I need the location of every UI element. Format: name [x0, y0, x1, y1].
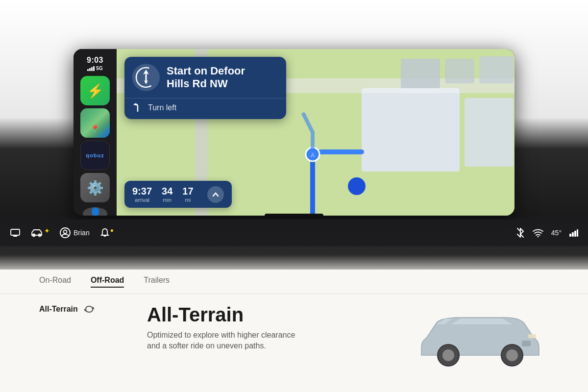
vehicle-detail-description: Optimized to explore with higher clearan… [147, 330, 304, 352]
svg-rect-5 [479, 56, 514, 83]
user-name: Brian [74, 229, 90, 237]
chevron-up-icon [212, 191, 220, 198]
charging-bolt-icon: ⚡ [87, 83, 104, 99]
nav-next-instruction: Turn left [124, 98, 286, 119]
vehicle-detail: All-Terrain Optimized to explore with hi… [147, 304, 382, 352]
bluetooth-icon [516, 227, 525, 238]
svg-rect-7 [465, 98, 514, 167]
svg-point-30 [442, 349, 454, 361]
signal-bar-2 [89, 68, 91, 71]
vehicle-content: All-Terrain All-Terrain Optimized to exp… [0, 294, 588, 382]
infotainment-screen: 9:03 5G ⚡ [74, 49, 514, 216]
taskbar-right: 45° [516, 227, 578, 238]
map-area: A [117, 49, 514, 216]
svg-rect-24 [572, 232, 574, 237]
svg-rect-17 [11, 229, 20, 235]
svg-rect-25 [574, 231, 576, 237]
signal-bars [87, 66, 95, 71]
svg-point-32 [506, 349, 518, 361]
svg-rect-26 [577, 229, 578, 237]
nav-next-text: Turn left [148, 103, 176, 112]
carplay-sidebar: 9:03 5G ⚡ [74, 49, 117, 216]
taskbar-left: ✦ Brian ● [10, 227, 504, 238]
eta-min-value: 34 [162, 186, 172, 197]
nav-street-name: Start on Defoor Hills Rd NW [167, 65, 245, 91]
screen-content: 9:03 5G ⚡ [74, 49, 514, 216]
nav-main-instruction: Start on Defoor Hills Rd NW [124, 57, 286, 98]
screen-notch [265, 214, 323, 216]
vehicle-tabs: On-Road Off-Road Trailers [0, 270, 588, 294]
svg-point-21 [64, 230, 67, 234]
status-bar: 9:03 5G [74, 54, 117, 73]
sidebar-user-icon[interactable]: 👤 [83, 207, 107, 216]
taskbar-car-icon[interactable]: ✦ [30, 228, 50, 238]
eta-miles: 17 mi [182, 186, 193, 203]
svg-rect-33 [522, 341, 531, 346]
app-icon-settings[interactable]: ⚙️ [80, 173, 110, 202]
taskbar-user[interactable]: Brian [60, 227, 90, 238]
taskbar: ✦ Brian ● [0, 220, 588, 246]
user-circle-icon [60, 227, 71, 238]
maps-thumbnail: 📍 [80, 108, 110, 138]
signal-row: 5G [87, 66, 102, 71]
car-thumbnail-svg [412, 299, 549, 372]
eta-min-label: min [163, 197, 172, 203]
qobuz-label: qobuz [86, 152, 104, 158]
svg-rect-34 [528, 334, 536, 338]
vehicle-thumbnail [412, 299, 549, 372]
signal-bar-1 [87, 69, 89, 71]
svg-rect-8 [362, 93, 460, 172]
nav-instruction-card: Start on Defoor Hills Rd NW Turn left [124, 57, 286, 119]
svg-rect-4 [445, 59, 474, 83]
signal-icon [569, 229, 578, 237]
app-icon-qobuz[interactable]: qobuz [80, 141, 110, 170]
user-silhouette-icon: 👤 [89, 207, 102, 216]
car-icon [30, 228, 43, 238]
svg-rect-23 [569, 234, 571, 237]
svg-point-22 [537, 236, 539, 238]
screen-share-icon [10, 227, 21, 238]
terrain-mode-icon [84, 304, 95, 315]
vehicle-submenu: All-Terrain [39, 304, 118, 315]
signal-bar-4 [93, 66, 95, 71]
notification-badge-icon: ● [110, 227, 114, 234]
tab-trailers[interactable]: Trailers [144, 276, 170, 288]
tab-off-road[interactable]: Off-Road [91, 276, 124, 288]
scene: 9:03 5G ⚡ [0, 0, 588, 392]
bell-icon [99, 227, 110, 238]
tab-on-road[interactable]: On-Road [39, 276, 71, 288]
nav-arrow-icon [135, 67, 157, 88]
all-terrain-label: All-Terrain [39, 305, 78, 314]
settings-gear-icon: ⚙️ [87, 180, 104, 196]
svg-rect-3 [401, 59, 440, 88]
svg-point-9 [348, 177, 366, 195]
svg-marker-16 [134, 103, 136, 106]
maps-pin-icon: 📍 [90, 124, 100, 134]
app-icon-charging[interactable]: ⚡ [80, 76, 110, 105]
wifi-icon [533, 228, 543, 237]
eta-minutes: 34 min [162, 186, 172, 203]
eta-mi-value: 17 [182, 186, 193, 197]
signal-bar-3 [91, 67, 93, 71]
time-display: 9:03 [87, 56, 103, 65]
temperature-display: 45° [551, 229, 562, 237]
nav-direction-icon [132, 64, 160, 91]
eta-arrival: 9:37 arrival [132, 186, 152, 203]
vehicle-panel: On-Road Off-Road Trailers All-Terrain [0, 270, 588, 392]
eta-mi-label: mi [185, 197, 191, 203]
eta-arrival-value: 9:37 [132, 186, 152, 197]
eta-bar: 9:37 arrival 34 min 17 mi [124, 181, 232, 208]
eta-arrival-label: arrival [135, 197, 149, 203]
vehicle-detail-title: All-Terrain [147, 304, 382, 326]
network-label: 5G [96, 66, 102, 71]
submenu-item-all-terrain[interactable]: All-Terrain [39, 304, 118, 315]
taskbar-notifications[interactable]: ● [99, 227, 114, 238]
app-icon-maps[interactable]: 📍 [80, 108, 110, 138]
eta-expand-button[interactable] [207, 186, 224, 203]
turn-left-icon [132, 102, 143, 113]
sparkle-icon: ✦ [44, 227, 50, 235]
taskbar-screen-share[interactable] [10, 227, 21, 238]
